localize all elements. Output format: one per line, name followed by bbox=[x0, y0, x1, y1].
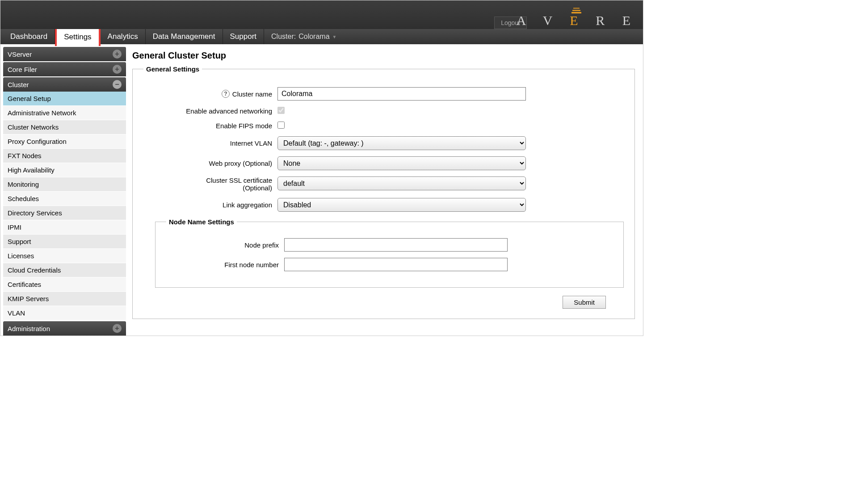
vlan-select[interactable]: Default (tag: -, gateway: ) bbox=[277, 136, 526, 150]
sidebar-section-corefiler[interactable]: Core Filer + bbox=[3, 62, 126, 76]
ssl-label-1: Cluster SSL certificate bbox=[206, 176, 272, 184]
node-name-legend: Node Name Settings bbox=[166, 218, 237, 226]
linkagg-select[interactable]: Disabled bbox=[277, 198, 526, 212]
cluster-name-label: Cluster name bbox=[232, 90, 272, 98]
sidebar-item-cluster-networks[interactable]: Cluster Networks bbox=[3, 120, 126, 134]
sidebar-item-certificates[interactable]: Certificates bbox=[3, 277, 126, 292]
webproxy-label: Web proxy (Optional) bbox=[209, 160, 272, 167]
page-title: General Cluster Setup bbox=[132, 50, 635, 61]
sidebar-item-cloud-credentials[interactable]: Cloud Credentials bbox=[3, 263, 126, 277]
sidebar-section-label: Administration bbox=[8, 325, 50, 332]
general-settings-legend: General Settings bbox=[143, 65, 202, 73]
ssl-label-2: (Optional) bbox=[243, 184, 272, 192]
help-icon[interactable]: ? bbox=[222, 90, 230, 98]
tab-settings[interactable]: Settings bbox=[55, 26, 100, 46]
sidebar-item-schedules[interactable]: Schedules bbox=[3, 192, 126, 206]
node-prefix-input[interactable] bbox=[284, 238, 508, 252]
sidebar-item-monitoring[interactable]: Monitoring bbox=[3, 177, 126, 192]
fips-checkbox[interactable] bbox=[277, 122, 285, 129]
plus-icon: + bbox=[113, 324, 122, 333]
sidebar-item-fxt-nodes[interactable]: FXT Nodes bbox=[3, 149, 126, 163]
cluster-prefix: Cluster: bbox=[271, 33, 296, 41]
avere-logo: A V E R E bbox=[517, 13, 638, 28]
tab-data-management[interactable]: Data Management bbox=[146, 29, 223, 44]
node-name-fieldset: Node Name Settings Node prefix First nod… bbox=[155, 218, 624, 288]
chevron-down-icon: ▼ bbox=[332, 34, 337, 39]
sidebar-item-administrative-network[interactable]: Administrative Network bbox=[3, 106, 126, 120]
tab-analytics[interactable]: Analytics bbox=[101, 29, 146, 44]
cluster-name-input[interactable] bbox=[277, 87, 526, 101]
tab-bar: Dashboard Settings Analytics Data Manage… bbox=[0, 29, 643, 44]
first-node-input[interactable] bbox=[284, 258, 508, 271]
first-node-label: First node number bbox=[224, 261, 279, 269]
sidebar-section-vserver[interactable]: VServer + bbox=[3, 47, 126, 61]
adv-net-checkbox[interactable] bbox=[277, 107, 285, 114]
sidebar-cluster-items: General Setup Administrative Network Clu… bbox=[3, 92, 126, 320]
tab-dashboard[interactable]: Dashboard bbox=[3, 29, 55, 44]
sidebar-item-support[interactable]: Support bbox=[3, 235, 126, 249]
cluster-name: Colorama bbox=[298, 33, 329, 41]
sidebar: VServer + Core Filer + Cluster − General… bbox=[0, 44, 126, 336]
sidebar-section-label: VServer bbox=[8, 50, 32, 58]
fips-label: Enable FIPS mode bbox=[216, 122, 272, 130]
top-bar: Logout A V E R E bbox=[0, 0, 643, 29]
cluster-indicator[interactable]: Cluster: Colorama ▼ bbox=[264, 29, 344, 44]
sidebar-item-proxy-configuration[interactable]: Proxy Configuration bbox=[3, 134, 126, 149]
general-settings-fieldset: General Settings ? Cluster name Enable a… bbox=[132, 65, 635, 319]
submit-button[interactable]: Submit bbox=[563, 296, 606, 309]
main-panel: General Cluster Setup General Settings ?… bbox=[126, 44, 643, 336]
ssl-select[interactable]: default bbox=[277, 176, 526, 190]
sidebar-section-administration[interactable]: Administration + bbox=[3, 321, 126, 336]
linkagg-label: Link aggregation bbox=[223, 201, 272, 209]
sidebar-item-high-availability[interactable]: High Availability bbox=[3, 163, 126, 177]
sidebar-item-licenses[interactable]: Licenses bbox=[3, 249, 126, 263]
tab-support[interactable]: Support bbox=[223, 29, 265, 44]
plus-icon: + bbox=[113, 65, 122, 74]
node-prefix-label: Node prefix bbox=[244, 241, 279, 249]
vlan-label: Internet VLAN bbox=[230, 139, 272, 147]
sidebar-item-vlan[interactable]: VLAN bbox=[3, 306, 126, 320]
plus-icon: + bbox=[113, 50, 122, 59]
sidebar-section-label: Cluster bbox=[8, 81, 29, 88]
sidebar-item-directory-services[interactable]: Directory Services bbox=[3, 206, 126, 220]
minus-icon: − bbox=[113, 80, 122, 89]
sidebar-section-cluster[interactable]: Cluster − bbox=[3, 77, 126, 92]
sidebar-section-label: Core Filer bbox=[8, 66, 37, 73]
sidebar-item-ipmi[interactable]: IPMI bbox=[3, 220, 126, 235]
sidebar-item-kmip-servers[interactable]: KMIP Servers bbox=[3, 292, 126, 306]
adv-net-label: Enable advanced networking bbox=[186, 107, 272, 115]
webproxy-select[interactable]: None bbox=[277, 156, 526, 170]
sidebar-item-general-setup[interactable]: General Setup bbox=[3, 92, 126, 106]
